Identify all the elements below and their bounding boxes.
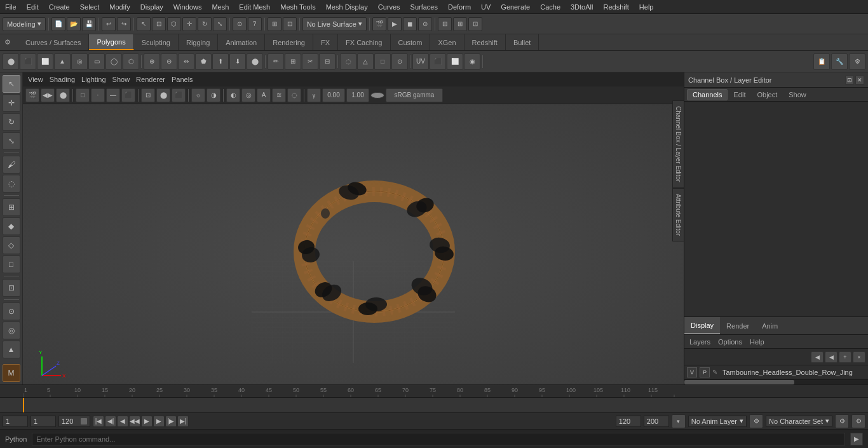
vp-gamma-btn[interactable]: γ <box>307 88 321 102</box>
fill-hole-btn[interactable]: ⬤ <box>247 53 263 70</box>
menu-mesh-display[interactable]: Mesh Display <box>321 2 373 12</box>
vp-colorspace-dropdown[interactable]: sRGB gamma <box>386 88 443 102</box>
separate-btn[interactable]: ⊖ <box>161 53 177 70</box>
menu-select[interactable]: Select <box>75 2 105 12</box>
play-back-btn[interactable]: ◀◀ <box>129 416 140 427</box>
snap-edge-btn[interactable]: ◇ <box>3 236 20 254</box>
snap-to-grid-btn[interactable]: ⊞ <box>268 17 281 31</box>
menu-modify[interactable]: Modify <box>104 2 135 12</box>
region-select-btn[interactable]: ⊡ <box>3 279 20 297</box>
bevel-btn[interactable]: ⬟ <box>195 53 212 70</box>
render-btn3[interactable]: ◼ <box>403 17 417 31</box>
vp-stereo-btn[interactable]: ◀▶ <box>41 88 55 102</box>
menu-deform[interactable]: Deform <box>443 2 476 12</box>
multi-cut-btn[interactable]: ✂ <box>302 53 318 70</box>
combine-btn[interactable]: ⊕ <box>144 53 160 70</box>
vp-edge-btn[interactable]: — <box>106 88 120 102</box>
anim-speed-field[interactable] <box>616 416 641 427</box>
side-tab-attribute-editor[interactable]: Attribute Editor <box>672 188 684 241</box>
tab-fx[interactable]: FX <box>313 34 338 50</box>
menu-create[interactable]: Create <box>44 2 75 12</box>
layer-opt-layers[interactable]: Layers <box>687 338 713 346</box>
tab-sculpting[interactable]: Sculpting <box>134 34 179 50</box>
attribute-editor-btn[interactable]: 🔧 <box>831 53 848 70</box>
move-btn[interactable]: ✛ <box>182 17 196 31</box>
sphere-btn[interactable]: ⬤ <box>3 53 19 70</box>
char-set-dropdown[interactable]: No Character Set ▾ <box>766 416 832 427</box>
anim-speed-input[interactable] <box>619 417 638 425</box>
tab-curves-surfaces[interactable]: Curves / Surfaces <box>18 34 89 50</box>
tab-custom[interactable]: Custom <box>391 34 431 50</box>
viewport-menu-view[interactable]: View <box>28 76 43 83</box>
menu-help[interactable]: Help <box>634 2 659 12</box>
render-view-btn[interactable]: 🎬 <box>372 17 386 31</box>
rotate-btn[interactable]: ↻ <box>198 17 212 31</box>
go-start-btn[interactable]: |◀ <box>93 416 104 427</box>
anim-layer-settings-btn[interactable]: ⚙ <box>749 414 763 428</box>
uv-editor-btn[interactable]: UV <box>412 53 429 70</box>
tab-bullet[interactable]: Bullet <box>506 34 539 50</box>
menu-3dtall[interactable]: 3DtoAll <box>566 2 598 12</box>
move-tool-btn[interactable]: ✛ <box>3 94 20 112</box>
close-panel-btn[interactable]: ✕ <box>855 76 864 85</box>
menu-mesh-tools[interactable]: Mesh Tools <box>275 2 320 12</box>
open-file-btn[interactable]: 📂 <box>67 17 81 31</box>
python-input[interactable] <box>32 433 845 445</box>
tab-polygons[interactable]: Polygons <box>89 34 133 50</box>
prev-key-btn[interactable]: ◀| <box>105 416 116 427</box>
menu-generate[interactable]: Generate <box>496 2 535 12</box>
vp-shaded-btn[interactable]: ⬤ <box>156 88 170 102</box>
layer-scrollbar[interactable] <box>684 379 868 384</box>
layer-move-up-btn[interactable]: ◀ <box>811 351 824 363</box>
menu-uv[interactable]: UV <box>476 2 496 12</box>
live-surface-dropdown[interactable]: No Live Surface ▾ <box>302 17 367 31</box>
menu-curves[interactable]: Curves <box>373 2 405 12</box>
paint-btn[interactable]: ⬡ <box>167 17 181 31</box>
tab-display[interactable]: Display <box>684 317 720 334</box>
insert-edge-btn[interactable]: ⊞ <box>285 53 301 70</box>
range-end-field[interactable] <box>58 416 90 427</box>
side-tab-channel-box[interactable]: Channel Box / Layer Editor <box>672 100 684 188</box>
select-tool-btn[interactable]: ↖ <box>137 17 151 31</box>
menu-file[interactable]: File <box>0 2 22 12</box>
menu-redshift[interactable]: Redshift <box>598 2 634 12</box>
tab-edit[interactable]: Edit <box>728 89 751 100</box>
scale-btn[interactable]: ⤡ <box>213 17 227 31</box>
vp-object-mode-btn[interactable]: □ <box>76 88 90 102</box>
float-panel-btn[interactable]: ⊡ <box>845 76 854 85</box>
char-set-settings-btn[interactable]: ⚙ <box>835 414 849 428</box>
select-mode-btn[interactable]: ↖ <box>3 75 20 93</box>
tab-anim[interactable]: Anim <box>756 317 784 334</box>
xray-btn[interactable]: ⊙ <box>3 302 20 320</box>
vp-exposure-field[interactable]: 0.00 <box>322 88 345 102</box>
tab-channels[interactable]: Channels <box>687 89 728 100</box>
quadrangulate-btn[interactable]: □ <box>374 53 391 70</box>
snap-face-btn[interactable]: □ <box>3 255 20 273</box>
cylinder-btn[interactable]: ⬜ <box>37 53 53 70</box>
render-btn4[interactable]: ⊙ <box>418 17 432 31</box>
menu-mesh[interactable]: Mesh <box>207 2 234 12</box>
layer-opt-help[interactable]: Help <box>747 338 767 346</box>
vp-vertex-btn[interactable]: · <box>91 88 105 102</box>
play-fwd-btn[interactable]: ▶ <box>141 416 153 427</box>
layer-playback-toggle[interactable]: P <box>700 367 710 377</box>
menu-edit[interactable]: Edit <box>22 2 44 12</box>
range-start-field[interactable] <box>31 416 56 427</box>
viewport-menu-shading[interactable]: Shading <box>50 76 75 83</box>
paint-weights-btn[interactable]: 🖌 <box>3 156 20 173</box>
current-frame-input[interactable] <box>6 417 25 425</box>
vp-wireframe-btn[interactable]: ⊡ <box>141 88 155 102</box>
menu-surfaces[interactable]: Surfaces <box>405 2 443 12</box>
go-end-btn[interactable]: ▶| <box>177 416 189 427</box>
disk-btn[interactable]: ◯ <box>105 53 122 70</box>
vp-dof-btn[interactable]: ◌ <box>287 88 301 102</box>
cleanup-btn[interactable]: ⊙ <box>391 53 408 70</box>
vp-face-btn[interactable]: ⬛ <box>121 88 135 102</box>
tab-show[interactable]: Show <box>783 89 812 100</box>
tab-rendering[interactable]: Rendering <box>265 34 313 50</box>
plane-btn[interactable]: ▭ <box>88 53 105 70</box>
snap-vertex-btn[interactable]: ◆ <box>3 217 20 235</box>
vp-texture-btn[interactable]: ⬛ <box>172 88 186 102</box>
tab-render[interactable]: Render <box>720 317 756 334</box>
layer-delete-btn[interactable]: × <box>853 351 865 363</box>
